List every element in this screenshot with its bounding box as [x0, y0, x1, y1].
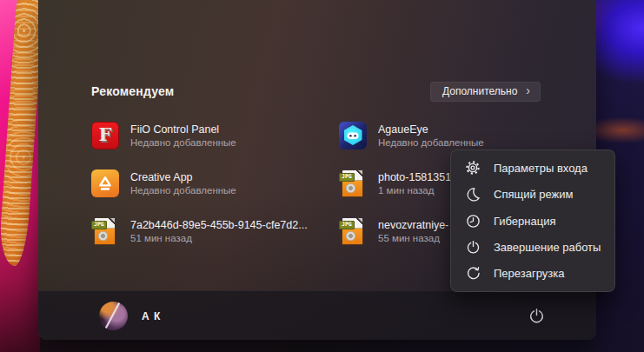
recommended-item-creative-app[interactable]: Creative App Недавно добавленные — [91, 163, 339, 203]
menu-item-label: Спящий режим — [494, 188, 574, 201]
menu-item-label: Завершение работы — [494, 241, 601, 254]
recommended-title: Рекомендуем — [91, 84, 174, 98]
clock-icon — [465, 213, 481, 229]
user-account-button[interactable]: А К — [90, 299, 169, 333]
restart-icon — [465, 266, 481, 282]
item-title: Creative App — [130, 171, 236, 183]
recommended-item-fiio[interactable]: F FiiO Control Panel Недавно добавленные — [91, 116, 339, 155]
power-icon — [465, 239, 481, 255]
menu-item-hibernate[interactable]: Гибернация — [451, 208, 614, 234]
moon-icon — [465, 187, 481, 203]
item-title: photo-1581351 — [378, 171, 451, 183]
jpg-tag: JPG — [339, 173, 355, 183]
recommended-header: Рекомендуем Дополнительно › — [91, 81, 541, 102]
user-avatar — [99, 302, 128, 330]
menu-item-sign-in-options[interactable]: Параметры входа — [451, 155, 614, 181]
item-title: 7a2b446d-89e5-455b-9145-cfe7d2... — [130, 219, 308, 231]
item-subtitle: 51 мин назад — [130, 233, 308, 243]
menu-item-label: Перезагрузка — [494, 267, 564, 280]
chevron-right-icon: › — [526, 84, 530, 96]
camera-lens-glyph — [98, 231, 108, 241]
menu-item-sleep[interactable]: Спящий режим — [451, 181, 614, 207]
item-subtitle: Недавно добавленные — [130, 185, 236, 196]
fiio-app-icon: F — [91, 122, 119, 149]
jpg-file-icon: JPG — [339, 169, 367, 197]
agaue-hexagon — [344, 125, 362, 145]
more-button-label: Дополнительно — [442, 85, 517, 97]
wallpaper-flower-texture — [0, 0, 40, 267]
jpg-tag: JPG — [339, 221, 355, 230]
item-subtitle: Недавно добавленные — [378, 137, 484, 148]
creative-app-icon — [91, 169, 119, 197]
camera-lens-glyph — [346, 231, 355, 241]
gamepad-glyph — [346, 130, 360, 142]
item-title: FiiO Control Panel — [130, 123, 236, 136]
item-title: AgaueEye — [378, 123, 484, 136]
agaueeye-app-icon — [339, 122, 367, 149]
menu-item-label: Гибернация — [494, 215, 556, 228]
desktop: Рекомендуем Дополнительно › F FiiO Contr… — [0, 0, 644, 352]
triangle-glyph — [96, 175, 114, 192]
menu-item-label: Параметры входа — [494, 162, 588, 175]
item-subtitle: 1 мин назад — [378, 185, 451, 196]
power-button[interactable] — [518, 300, 554, 331]
jpg-file-icon: JPG — [339, 217, 367, 245]
jpg-tag: JPG — [91, 221, 107, 230]
item-subtitle: Недавно добавленные — [130, 137, 236, 148]
user-name: А К — [142, 310, 161, 322]
item-title: nevozvratniye- — [378, 219, 448, 231]
wallpaper-left — [0, 0, 40, 352]
camera-lens-glyph — [346, 183, 355, 193]
item-subtitle: 55 мин назад — [378, 233, 448, 243]
recommended-item-7a2b446d[interactable]: JPG 7a2b446d-89e5-455b-9145-cfe7d2... 51… — [91, 211, 339, 250]
menu-item-restart[interactable]: Перезагрузка — [451, 261, 614, 287]
power-icon — [528, 308, 545, 324]
gear-icon — [465, 160, 481, 176]
more-button[interactable]: Дополнительно › — [430, 82, 541, 102]
power-flyout-menu: Параметры входа Спящий режим Гибернация — [450, 149, 615, 292]
jpg-file-icon: JPG — [91, 217, 119, 245]
user-bar: А К — [38, 290, 596, 340]
menu-item-shut-down[interactable]: Завершение работы — [451, 234, 614, 260]
fiio-letter: F — [99, 125, 112, 143]
